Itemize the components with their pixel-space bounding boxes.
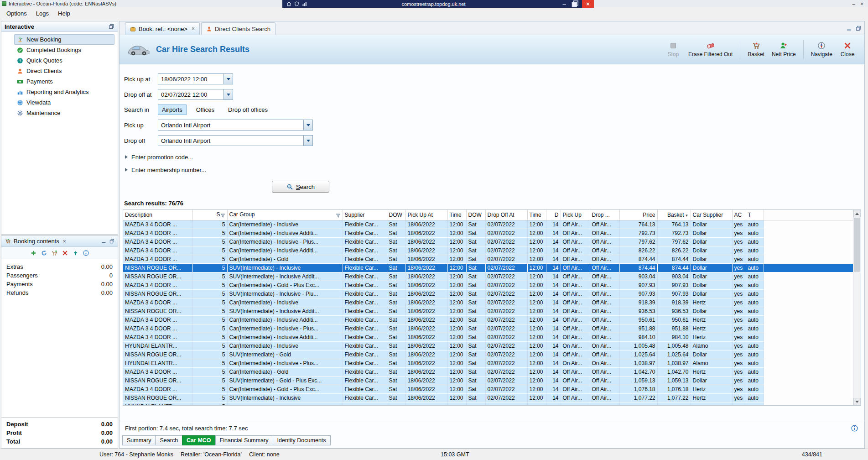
column-header-drop-off-at[interactable]: Drop Off At [485,210,527,220]
column-header-ac[interactable]: AC [732,210,746,220]
result-row[interactable]: NISSAN ROGUE OR...5SUV(Intermediate) - I… [123,307,853,315]
search-in-drop-off-offices[interactable]: Drop off offices [224,105,272,115]
dropoff-at-select[interactable]: 02/07/2022 12:00 [158,89,233,100]
column-header-s[interactable]: S [192,210,227,220]
plus-icon[interactable] [31,250,36,256]
result-row[interactable]: MAZDA 3 4 DOOR ...5Car(Intermediate) - I… [123,246,853,255]
column-header-car-supplier[interactable]: Car Supplier [691,210,732,220]
scrollbar-thumb[interactable] [854,218,860,272]
sort-arrow-icon[interactable]: ▼ [685,214,689,218]
bottom-tab-identity-documents[interactable]: Identity Documents [273,435,331,445]
search-in-offices[interactable]: Offices [192,105,218,115]
banner-minimize-button[interactable]: – [560,0,568,8]
booking-contents-tab[interactable]: Booking contents × [1,236,70,246]
sidebar-item-quick-quotes[interactable]: Quick Quotes [14,55,114,66]
signal-bars-icon[interactable] [302,1,307,6]
result-row[interactable]: HYUNDAI ELANTR...5Car(Intermediate) - In… [123,359,853,367]
column-header-t[interactable]: T [746,210,764,220]
sidebar-item-viewdata[interactable]: Viewdata [14,97,114,108]
refresh-icon[interactable] [41,250,47,256]
toolbar-navigate[interactable]: Navigate [811,42,832,58]
menu-options[interactable]: Options [2,8,31,19]
delete-icon[interactable] [62,250,68,256]
view-minimize-icon[interactable] [846,26,852,31]
pickup-at-select[interactable]: 18/06/2022 12:00 [158,73,233,84]
result-row[interactable]: MAZDA 3 4 DOOR ...5Car(Intermediate) - I… [123,229,853,237]
result-row[interactable]: MAZDA 3 4 DOOR ...5Car(Intermediate) - G… [123,255,853,263]
menu-help[interactable]: Help [53,8,75,19]
panel-minimize-icon[interactable] [101,239,106,244]
window-close-button[interactable]: × [861,1,863,6]
bottom-tab-search[interactable]: Search [155,435,182,445]
window-minimize-button[interactable]: – [852,1,855,6]
result-row[interactable]: HYUNDAI ELANTR...5Car(Intermediate) - In… [123,341,853,350]
result-row[interactable]: MAZDA 3 4 DOOR ...5Car(Intermediate) - G… [123,385,853,393]
result-row[interactable]: NISSAN ROGUE OR...5SUV(Intermediate) - I… [123,393,853,402]
sidebar-item-direct-clients[interactable]: Direct Clients [14,66,114,76]
result-row[interactable]: MAZDA 3 4 DOOR ...5Car(Intermediate) - G… [123,367,853,376]
result-row[interactable]: MAZDA 3 4 DOOR ...5Car(Intermediate) - G… [123,281,853,289]
filter-funnel-icon[interactable] [220,213,225,218]
scroll-up-icon[interactable] [853,210,861,217]
sidebar-item-completed-bookings[interactable]: Completed Bookings [14,45,114,55]
panel-restore-icon[interactable] [109,239,114,244]
sidebar-item-reporting-and-analytics[interactable]: Reporting and Analytics [14,87,114,97]
pickup-location-select[interactable]: Orlando Intl Airport [158,120,313,131]
result-row[interactable]: NISSAN ROGUE OR...5SUV(Intermediate) - I… [123,272,853,281]
toolbar-erase-filtered-out[interactable]: Erase Filtered Out [688,42,733,58]
dropoff-location-select[interactable]: Orlando Intl Airport [158,135,313,146]
sidebar-item-payments[interactable]: Payments [14,76,114,87]
booking-contents-close-icon[interactable]: × [63,238,66,245]
toolbar-basket[interactable]: Basket [748,42,764,58]
home-icon[interactable] [286,1,291,6]
result-row[interactable]: MAZDA 3 4 DOOR ...5Car(Intermediate) - I… [123,220,853,229]
bottom-tab-financial-summary[interactable]: Financial Summary [215,435,273,445]
filter-funnel-icon[interactable] [336,213,341,218]
column-header-time[interactable]: Time [527,210,546,220]
search-button[interactable]: Search [272,181,329,193]
result-row[interactable]: MAZDA 3 4 DOOR ...5Car(Intermediate) - I… [123,315,853,324]
tab-direct-clients-search[interactable]: Direct Clients Search [201,22,275,35]
cart-plus-icon[interactable] [52,250,57,256]
toolbar-stop[interactable]: Stop [665,42,681,58]
toolbar-close[interactable]: Close [840,42,855,58]
dropdown-arrow-icon[interactable] [303,136,312,146]
info-icon[interactable] [83,250,89,256]
banner-close-button[interactable]: × [582,0,594,8]
tab-book-ref-none[interactable]: Book. ref.: <none>× [125,22,200,35]
sidebar-item-maintenance[interactable]: Maintenance [14,108,114,118]
result-row[interactable]: NISSAN ROGUE OR...5SUV(Intermediate) - I… [123,289,853,298]
result-row[interactable]: NISSAN ROGUE OR...5SUV(Intermediate) - G… [123,376,853,385]
result-row[interactable]: MAZDA 3 4 DOOR ...5Car(Intermediate) - I… [123,298,853,307]
column-header-d[interactable]: D [546,210,561,220]
tab-close-icon[interactable]: × [192,26,195,32]
result-row[interactable]: HYUNDAI ELANTR...5 [123,402,853,406]
column-header-supplier[interactable]: Supplier [343,210,387,220]
info-icon[interactable] [851,425,858,432]
toolbar-nett-price[interactable]: Nett Price [772,42,796,58]
column-header-dow[interactable]: DOW [466,210,485,220]
menu-logs[interactable]: Logs [31,8,53,19]
column-header-basket[interactable]: Basket▼ [657,210,691,220]
column-header-dow[interactable]: DOW [387,210,405,220]
column-header-pick-up-at[interactable]: Pick Up At [405,210,447,220]
column-header-drop[interactable]: Drop ... [590,210,619,220]
bottom-tab-summary[interactable]: Summary [122,435,156,445]
shield-icon[interactable] [294,1,299,6]
column-header-car-group[interactable]: Car Group [227,210,343,220]
sidebar-item-new-booking[interactable]: New Booking [14,34,114,45]
membership-number-expander[interactable]: Enter membership number... [125,165,864,174]
result-row[interactable]: MAZDA 3 4 DOOR ...5Car(Intermediate) - I… [123,237,853,246]
column-header-description[interactable]: Description [123,210,192,220]
column-header-price[interactable]: Price [619,210,657,220]
dropdown-arrow-icon[interactable] [303,120,312,130]
panel-restore-icon[interactable] [109,24,114,29]
view-maximize-icon[interactable] [856,26,861,31]
result-row[interactable]: NISSAN ROGUE OR...5SUV(Intermediate) - G… [123,350,853,359]
bottom-tab-car-mco[interactable]: Car MCO [182,435,215,445]
search-in-airports[interactable]: Airports [158,105,187,115]
banner-maximize-button[interactable] [571,0,579,8]
promotion-code-expander[interactable]: Enter promotion code... [125,152,864,162]
dropdown-arrow-icon[interactable] [223,89,233,99]
result-row[interactable]: NISSAN ROGUE OR...5SUV(Intermediate) - I… [123,263,853,272]
